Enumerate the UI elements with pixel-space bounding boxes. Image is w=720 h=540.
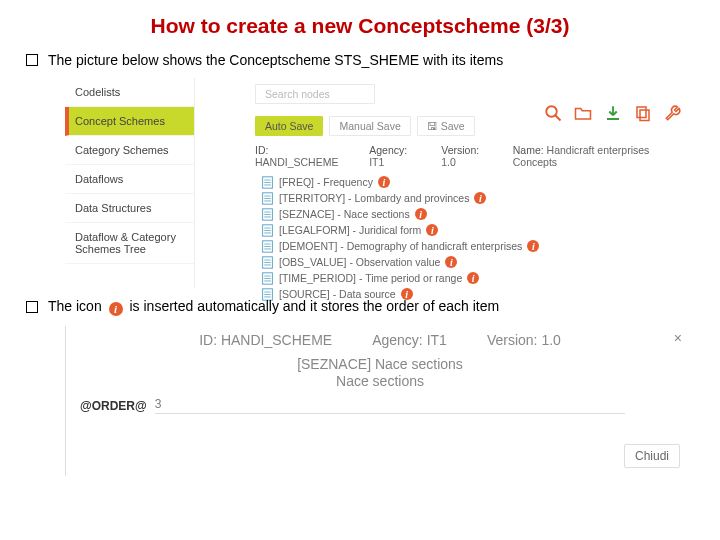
order-label: @ORDER@ — [80, 399, 147, 413]
save-icon: 🖫 — [427, 120, 441, 132]
manualsave-button[interactable]: Manual Save — [329, 116, 410, 136]
page-title: How to create a new Conceptscheme (3/3) — [0, 0, 720, 48]
close-icon[interactable]: × — [674, 330, 682, 346]
modal-agency-value: IT1 — [427, 332, 447, 348]
tree-item[interactable]: [TERRITORY] - Lombardy and provincesi — [261, 190, 690, 206]
tree-item-label: [OBS_VALUE] - Observation value — [279, 256, 440, 268]
scheme-meta: ID: HANDI_SCHEME Agency: IT1 Version: 1.… — [255, 142, 690, 174]
close-button[interactable]: Chiudi — [624, 444, 680, 468]
sidebar-item-category-schemes[interactable]: Category Schemes — [65, 136, 194, 165]
download-icon[interactable] — [604, 104, 622, 122]
order-row: @ORDER@ 3 — [80, 391, 680, 414]
tree-item[interactable]: [TIME_PERIOD] - Time period or rangei — [261, 270, 690, 286]
meta-agency-label: Agency: — [369, 144, 407, 156]
meta-id-label: ID: — [255, 144, 268, 156]
doc-icon — [261, 224, 274, 237]
sidebar-item-data-structures[interactable]: Data Structures — [65, 194, 194, 223]
tree-item[interactable]: [DEMOENT] - Demography of handicraft ent… — [261, 238, 690, 254]
modal-item-label: Nace sections — [80, 373, 680, 389]
info-icon[interactable]: i — [474, 192, 486, 204]
modal-header: ID: HANDI_SCHEME Agency: IT1 Version: 1.… — [80, 332, 680, 353]
sidebar-item-dctree[interactable]: Dataflow & Category Schemes Tree — [65, 223, 194, 264]
tree-item[interactable]: [FREQ] - Frequencyi — [261, 174, 690, 190]
tree-item-label: [TIME_PERIOD] - Time period or range — [279, 272, 462, 284]
svg-rect-34 — [637, 107, 646, 118]
tree-item-label: [DEMOENT] - Demography of handicraft ent… — [279, 240, 522, 252]
modal-item: [SEZNACE] Nace sections Nace sections — [80, 353, 680, 391]
search-input[interactable]: Search nodes — [255, 84, 375, 104]
doc-icon — [261, 192, 274, 205]
action-toolbar — [544, 104, 682, 122]
tree-item[interactable]: [OBS_VALUE] - Observation valuei — [261, 254, 690, 270]
bullet-1-text: The picture below shows the Conceptschem… — [48, 52, 503, 68]
tree-item-label: [LEGALFORM] - Juridical form — [279, 224, 421, 236]
modal-item-code: [SEZNACE] Nace sections — [297, 356, 463, 372]
tree-item-label: [SEZNACE] - Nace sections — [279, 208, 410, 220]
info-icon[interactable]: i — [527, 240, 539, 252]
app-screenshot-2: × ID: HANDI_SCHEME Agency: IT1 Version: … — [65, 326, 690, 476]
bullet-2-after: is inserted automatically and it stores … — [129, 298, 499, 314]
wrench-icon[interactable] — [664, 104, 682, 122]
bullet-2-before: The icon — [48, 298, 102, 314]
bullet-2-text: The icon i is inserted automatically and… — [48, 298, 499, 316]
sidebar-nav: Codelists Concept Schemes Category Schem… — [65, 78, 195, 288]
doc-icon — [261, 272, 274, 285]
tree-item[interactable]: [SEZNACE] - Nace sectionsi — [261, 206, 690, 222]
modal-agency-label: Agency: — [372, 332, 423, 348]
bullet-box-icon — [26, 301, 38, 313]
meta-id-value: HANDI_SCHEME — [255, 156, 338, 168]
svg-point-32 — [546, 106, 557, 117]
meta-version-value: 1.0 — [441, 156, 456, 168]
tree-item-label: [TERRITORY] - Lombardy and provinces — [279, 192, 469, 204]
modal-footer: Chiudi — [80, 414, 680, 468]
modal-version-value: 1.0 — [541, 332, 560, 348]
info-icon[interactable]: i — [467, 272, 479, 284]
doc-icon — [261, 240, 274, 253]
info-icon[interactable]: i — [378, 176, 390, 188]
save-button-label: Save — [441, 120, 465, 132]
modal-id-value: HANDI_SCHEME — [221, 332, 332, 348]
order-value[interactable]: 3 — [155, 397, 625, 414]
info-icon: i — [109, 302, 123, 316]
sidebar-item-codelists[interactable]: Codelists — [65, 78, 194, 107]
autosave-button[interactable]: Auto Save — [255, 116, 323, 136]
meta-version-label: Version: — [441, 144, 479, 156]
sidebar-item-dataflows[interactable]: Dataflows — [65, 165, 194, 194]
doc-icon — [261, 208, 274, 221]
doc-icon — [261, 176, 274, 189]
bullet-1: The picture below shows the Conceptschem… — [0, 48, 720, 74]
info-icon[interactable]: i — [426, 224, 438, 236]
bullet-box-icon — [26, 54, 38, 66]
doc-icon — [261, 256, 274, 269]
meta-agency-value: IT1 — [369, 156, 384, 168]
modal-id-label: ID: — [199, 332, 217, 348]
copy-icon[interactable] — [634, 104, 652, 122]
sidebar-item-concept-schemes[interactable]: Concept Schemes — [65, 107, 194, 136]
search-icon[interactable] — [544, 104, 562, 122]
svg-rect-35 — [640, 110, 649, 121]
meta-name-label: Name: — [513, 144, 544, 156]
modal-version-label: Version: — [487, 332, 538, 348]
tree-item-label: [FREQ] - Frequency — [279, 176, 373, 188]
info-icon[interactable]: i — [415, 208, 427, 220]
tree-item[interactable]: [LEGALFORM] - Juridical formi — [261, 222, 690, 238]
concepts-tree: [FREQ] - Frequencyi [TERRITORY] - Lombar… — [255, 174, 690, 302]
folder-open-icon[interactable] — [574, 104, 592, 122]
svg-line-33 — [555, 115, 560, 120]
info-icon[interactable]: i — [445, 256, 457, 268]
save-button[interactable]: 🖫 Save — [417, 116, 475, 136]
